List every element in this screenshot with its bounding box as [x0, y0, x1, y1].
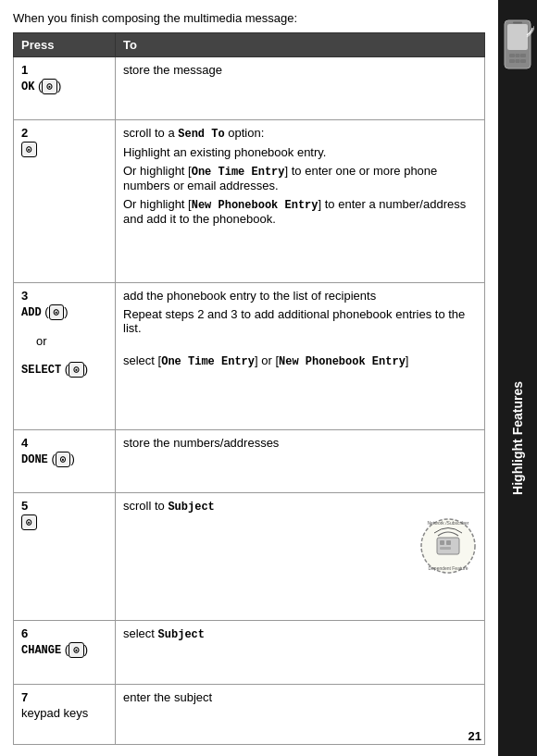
network-badge: Network /Subscriber Dependent Feature: [419, 517, 477, 575]
col-to-header: To: [116, 33, 485, 57]
to-sub-3: Or highlight [New Phonebook Entry] to en…: [123, 197, 477, 226]
step-num-4: 4: [21, 436, 107, 450]
to-sub-2: Or highlight [One Time Entry] to enter o…: [123, 164, 477, 192]
svg-rect-11: [516, 54, 520, 57]
page-container: When you finish composing the multimedia…: [0, 0, 537, 756]
table-header-row: Press To: [14, 33, 485, 57]
press-cell-3: 3 ADD (⊙) or SELECT (⊙): [14, 283, 116, 430]
press-key-4: DONE (⊙): [21, 452, 75, 465]
press-cell-1: 1 OK (⊙): [14, 57, 116, 120]
svg-rect-2: [440, 540, 444, 545]
to-cell-1: store the message: [116, 57, 485, 120]
step-num-3: 3: [21, 289, 107, 303]
svg-text:Network /Subscriber: Network /Subscriber: [427, 520, 468, 526]
svg-rect-13: [509, 59, 515, 63]
svg-rect-10: [509, 54, 515, 57]
svg-rect-9: [513, 22, 522, 24]
phone-image-area: [498, 9, 537, 120]
svg-rect-8: [507, 24, 528, 50]
to-cell-6: select Subject: [116, 621, 485, 684]
table-row: 3 ADD (⊙) or SELECT (⊙) add the phoneboo…: [14, 283, 485, 430]
step-num-6: 6: [21, 626, 107, 640]
press-key-1: OK (⊙): [21, 79, 61, 93]
to-sub-select: select [One Time Entry] or [New Phoneboo…: [123, 353, 477, 368]
press-key-6: CHANGE (⊙): [21, 642, 88, 656]
table-row: 5 ⊙ scroll to Subject: [14, 493, 485, 621]
to-sub-1: Highlight an existing phonebook entry.: [123, 145, 477, 159]
press-key-2: ⊙: [21, 142, 37, 157]
step-num-1: 1: [21, 63, 107, 77]
badge-svg: Network /Subscriber Dependent Feature: [419, 517, 477, 575]
or-label: or: [21, 334, 47, 348]
right-sidebar: Highlight Features: [498, 0, 537, 756]
vertical-text-container: Highlight Features: [510, 120, 525, 756]
press-key-7: keypad keys: [21, 706, 88, 720]
press-cell-6: 6 CHANGE (⊙): [14, 621, 116, 684]
svg-rect-14: [516, 59, 520, 63]
col-press-header: Press: [14, 33, 116, 57]
press-cell-7: 7 keypad keys: [14, 684, 116, 744]
to-sub-repeat: Repeat steps 2 and 3 to add additional p…: [123, 307, 477, 335]
to-cell-4: store the numbers/addresses: [116, 429, 485, 492]
svg-text:Dependent Feature: Dependent Feature: [428, 565, 468, 571]
phone-icon: [501, 19, 534, 111]
press-cell-4: 4 DONE (⊙): [14, 429, 116, 492]
svg-rect-1: [437, 538, 459, 554]
table-row: 6 CHANGE (⊙) select Subject: [14, 621, 485, 684]
to-cell-7: enter the subject: [116, 684, 485, 744]
svg-rect-15: [520, 59, 526, 63]
step-num-7: 7: [21, 690, 107, 704]
svg-rect-3: [446, 540, 451, 545]
page-number: 21: [468, 729, 481, 743]
to-cell-2: scroll to a Send To option: Highlight an…: [116, 120, 485, 283]
intro-text: When you finish composing the multimedia…: [13, 11, 485, 25]
main-table: Press To 1 OK (⊙) store the message: [13, 32, 485, 745]
table-row: 7 keypad keys enter the subject: [14, 684, 485, 744]
press-key-5: ⊙: [21, 514, 37, 530]
sidebar-vertical-label: Highlight Features: [510, 381, 525, 495]
press-cell-5: 5 ⊙: [14, 493, 116, 621]
table-row: 1 OK (⊙) store the message: [14, 57, 485, 120]
press-key-3: ADD (⊙): [21, 304, 69, 318]
step-num-5: 5: [21, 499, 107, 513]
to-cell-3: add the phonebook entry to the list of r…: [116, 283, 485, 430]
svg-rect-4: [440, 547, 451, 550]
svg-rect-12: [520, 54, 526, 57]
table-row: 2 ⊙ scroll to a Send To option: Highligh…: [14, 120, 485, 283]
main-content: When you finish composing the multimedia…: [0, 0, 498, 756]
to-cell-5: scroll to Subject: [116, 493, 485, 621]
step-num-2: 2: [21, 126, 107, 140]
press-key-3b: SELECT (⊙): [21, 362, 88, 376]
table-row: 4 DONE (⊙) store the numbers/addresses: [14, 429, 485, 492]
press-cell-2: 2 ⊙: [14, 120, 116, 283]
